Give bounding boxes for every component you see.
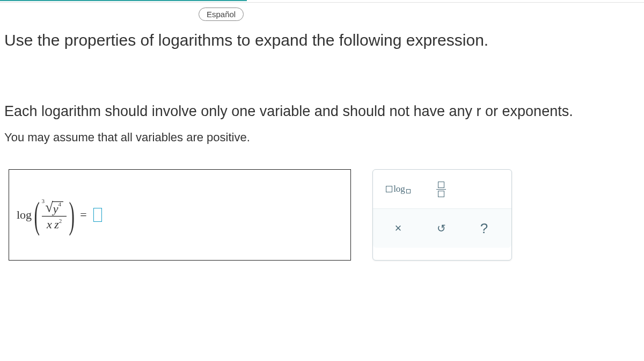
paren-open: (: [34, 202, 40, 228]
insert-fraction-button[interactable]: [428, 179, 455, 199]
var-x: x: [47, 218, 52, 231]
math-expression: log ( 3 √ y4 x z2: [17, 197, 102, 233]
instruction-assume: You may assume that all variables are po…: [4, 131, 640, 145]
log-base-box-icon: [406, 189, 411, 193]
undo-icon: ↺: [437, 222, 446, 235]
exp-4: 4: [58, 201, 61, 207]
main-content: Use the properties of logarithms to expa…: [0, 3, 644, 261]
paren-close: ): [69, 202, 74, 228]
tool-panel: log × ↺: [372, 169, 512, 261]
question-icon: ?: [480, 220, 488, 237]
log-label: log: [17, 208, 32, 222]
instruction-main: Use the properties of logarithms to expa…: [4, 30, 640, 50]
frac-bar-icon: [436, 189, 446, 190]
radicand: y4: [52, 201, 63, 214]
clear-button[interactable]: ×: [385, 219, 412, 238]
tab-indicator: [0, 0, 247, 1]
equals-sign: =: [80, 208, 86, 222]
insert-log-button[interactable]: log: [385, 179, 412, 199]
language-button[interactable]: Español: [199, 8, 244, 21]
exp-2: 2: [59, 218, 62, 224]
answer-input[interactable]: [93, 208, 102, 222]
var-z: z: [54, 218, 59, 231]
top-bar: [0, 0, 644, 3]
log-arg-box-icon: [386, 186, 392, 192]
numerator: 3 √ y4: [42, 197, 67, 216]
answer-row: log ( 3 √ y4 x z2: [4, 169, 640, 261]
expression-box: log ( 3 √ y4 x z2: [9, 169, 351, 261]
tool-row-actions: × ↺ ?: [373, 208, 511, 248]
frac-num-icon: [438, 182, 444, 188]
instruction-detail: Each logarithm should involve only one v…: [4, 102, 640, 121]
denominator: x z2: [43, 216, 65, 233]
frac-den-icon: [438, 191, 444, 197]
var-y: y: [53, 202, 58, 216]
undo-button[interactable]: ↺: [428, 219, 455, 238]
close-icon: ×: [395, 221, 402, 235]
tool-row-insert: log: [373, 170, 511, 208]
help-button[interactable]: ?: [471, 219, 497, 238]
fraction: 3 √ y4 x z2: [42, 197, 67, 233]
root-index: 3: [41, 198, 45, 204]
cube-root: 3 √ y4: [45, 198, 63, 214]
log-text: log: [393, 184, 405, 194]
